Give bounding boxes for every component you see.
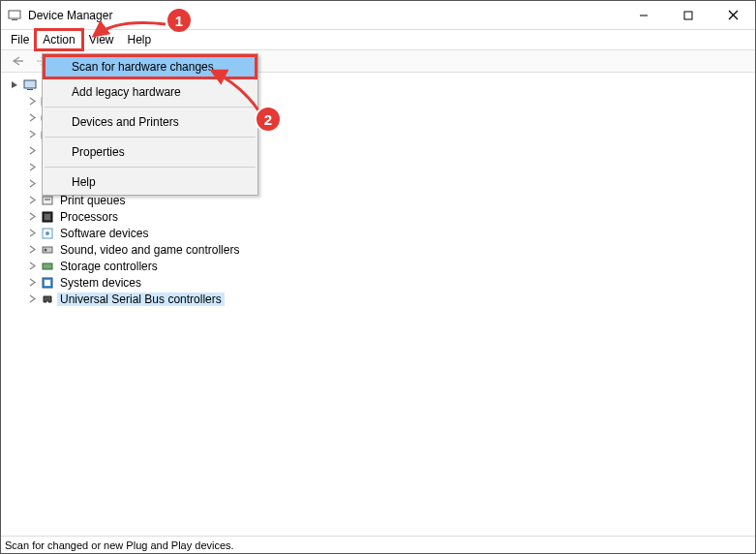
close-button[interactable] [711,1,755,29]
svg-rect-20 [45,199,50,200]
maximize-button[interactable] [666,1,711,29]
callout-1: 1 [166,7,193,34]
menu-action[interactable]: Action [37,31,80,48]
collapse-icon[interactable] [9,79,20,91]
expand-icon[interactable] [26,228,38,239]
device-icon [40,275,55,291]
device-icon [40,209,55,225]
tree-label[interactable]: Universal Serial Bus controllers [57,292,225,306]
menu-properties[interactable]: Properties [43,139,257,165]
tree-label[interactable]: Storage controllers [57,260,161,273]
tree-row[interactable]: Sound, video and game controllers [26,241,751,258]
expand-icon[interactable] [26,261,38,272]
device-icon [40,259,55,274]
callout-2: 2 [255,106,282,133]
status-text: Scan for changed or new Plug and Play de… [5,539,234,551]
expand-icon[interactable] [26,129,38,140]
svg-rect-0 [9,11,20,18]
device-icon [40,242,55,258]
dropdown-separator [45,167,256,168]
tree-label[interactable]: System devices [57,276,144,290]
back-button[interactable] [7,51,28,71]
expand-icon[interactable] [26,162,38,173]
expand-icon[interactable] [26,211,38,223]
svg-point-26 [45,248,47,251]
expand-icon[interactable] [26,96,38,108]
svg-rect-7 [27,89,33,90]
expand-icon[interactable] [26,293,38,305]
tree-row[interactable]: Storage controllers [26,258,751,274]
expand-icon[interactable] [26,112,38,124]
tree-row[interactable]: System devices [26,274,751,291]
device-icon [40,292,55,307]
expand-icon[interactable] [26,145,38,157]
computer-icon [22,77,38,93]
tree-label[interactable]: Processors [57,210,121,224]
svg-rect-3 [684,12,692,19]
tree-row[interactable]: Universal Serial Bus controllers [26,291,751,307]
device-icon [40,226,55,241]
tree-row[interactable]: Software devices [26,225,751,241]
tree-label[interactable]: Sound, video and game controllers [57,243,242,257]
callout-arrow-1 [88,18,175,46]
dropdown-separator [45,137,256,138]
tree-row[interactable]: Processors [26,208,751,225]
menu-file[interactable]: File [5,31,35,48]
device-manager-icon [7,8,22,23]
expand-icon[interactable] [26,178,38,190]
expand-icon[interactable] [26,195,38,206]
window-buttons [621,1,755,29]
expand-icon[interactable] [26,277,38,289]
svg-rect-27 [43,263,52,269]
expand-icon[interactable] [26,244,38,256]
statusbar: Scan for changed or new Plug and Play de… [1,536,755,553]
svg-rect-22 [45,214,50,220]
tree-label[interactable]: Software devices [57,227,151,240]
svg-point-24 [45,231,49,235]
svg-rect-29 [45,280,50,286]
svg-rect-1 [12,19,17,20]
menu-help[interactable]: Help [43,169,257,195]
svg-rect-6 [24,80,36,88]
minimize-button[interactable] [621,1,666,29]
